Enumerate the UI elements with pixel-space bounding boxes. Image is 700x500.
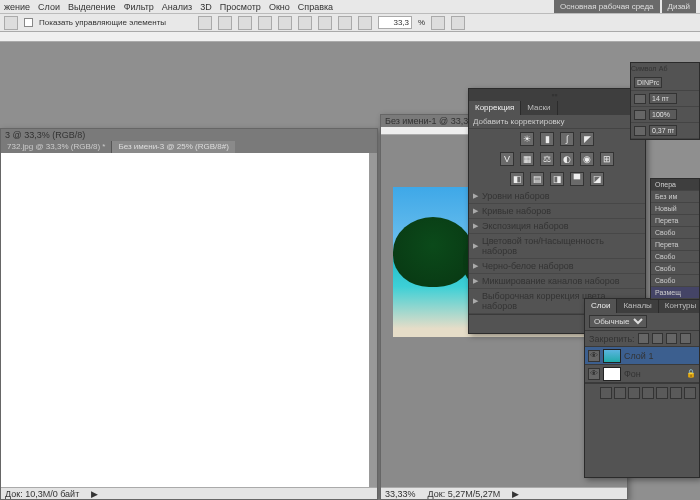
- panel-tab[interactable]: Коррекция: [469, 101, 521, 115]
- align-icon[interactable]: [338, 16, 352, 30]
- curves-icon[interactable]: ∫: [560, 132, 574, 146]
- layer-thumbnail[interactable]: [603, 349, 621, 363]
- menu-item[interactable]: Выделение: [68, 2, 116, 12]
- list-item[interactable]: Размещ: [651, 287, 699, 299]
- align-icon[interactable]: [258, 16, 272, 30]
- list-item[interactable]: Свобо: [651, 275, 699, 287]
- panel-subtitle: Добавить корректировку: [469, 115, 645, 129]
- photo-filter-icon[interactable]: ◉: [580, 152, 594, 166]
- new-layer-icon[interactable]: [670, 387, 682, 399]
- doc-titlebar[interactable]: 3 @ 33,3% (RGB/8): [1, 129, 377, 141]
- gradient-map-icon[interactable]: ▀: [570, 172, 584, 186]
- align-icon[interactable]: [358, 16, 372, 30]
- layers-panel: Слои Каналы Контуры Обычные Закрепить: 👁…: [584, 298, 700, 478]
- link-icon[interactable]: [600, 387, 612, 399]
- status-arrow-icon[interactable]: ▶: [512, 489, 519, 499]
- list-item[interactable]: ▶Черно-белое наборов: [469, 259, 645, 274]
- posterize-icon[interactable]: ▤: [530, 172, 544, 186]
- align-icon[interactable]: [238, 16, 252, 30]
- zoom-input[interactable]: [378, 16, 412, 29]
- leading-input[interactable]: [649, 109, 677, 120]
- checkbox[interactable]: [24, 18, 33, 27]
- menu-item[interactable]: Окно: [269, 2, 290, 12]
- view-icon[interactable]: [431, 16, 445, 30]
- list-item[interactable]: ▶Экспозиция наборов: [469, 219, 645, 234]
- visibility-icon[interactable]: 👁: [588, 350, 600, 362]
- list-item[interactable]: ▶Кривые наборов: [469, 204, 645, 219]
- menu-item[interactable]: Справка: [298, 2, 333, 12]
- list-item[interactable]: Свобо: [651, 227, 699, 239]
- list-item[interactable]: ▶Цветовой тон/Насыщенность наборов: [469, 234, 645, 259]
- group-icon[interactable]: [656, 387, 668, 399]
- list-item[interactable]: Без им: [651, 191, 699, 203]
- trash-icon[interactable]: [684, 387, 696, 399]
- list-item[interactable]: Перета: [651, 215, 699, 227]
- list-item[interactable]: Перета: [651, 239, 699, 251]
- mask-icon[interactable]: [628, 387, 640, 399]
- tool-preset-icon[interactable]: [4, 16, 18, 30]
- status-bar: 33,33% Док: 5,27M/5,27M ▶: [381, 487, 627, 499]
- panel-menu-icon[interactable]: ▪▪: [551, 90, 557, 100]
- selective-icon[interactable]: ◪: [590, 172, 604, 186]
- layer-name[interactable]: Фон: [624, 369, 641, 379]
- font-select[interactable]: [634, 77, 662, 88]
- bw-icon[interactable]: ◐: [560, 152, 574, 166]
- menu-item[interactable]: Слои: [38, 2, 60, 12]
- panel-tab[interactable]: Символ: [631, 65, 656, 72]
- invert-icon[interactable]: ◧: [510, 172, 524, 186]
- layer-row[interactable]: 👁 Фон 🔒: [585, 365, 699, 383]
- adjustment-icon[interactable]: [642, 387, 654, 399]
- list-item[interactable]: Свобо: [651, 251, 699, 263]
- panel-tab[interactable]: Контуры: [659, 299, 700, 313]
- balance-icon[interactable]: ⚖: [540, 152, 554, 166]
- workspace-tab[interactable]: Дизай: [662, 0, 696, 13]
- panel-tab[interactable]: Каналы: [617, 299, 658, 313]
- workspace-tab[interactable]: Основная рабочая среда: [554, 0, 660, 13]
- panel-tab[interactable]: Опера: [651, 179, 699, 191]
- status-zoom: 33,33%: [385, 489, 416, 499]
- hue-icon[interactable]: ▦: [520, 152, 534, 166]
- lock-pixels-icon[interactable]: [652, 333, 663, 344]
- threshold-icon[interactable]: ◨: [550, 172, 564, 186]
- blend-mode-select[interactable]: Обычные: [589, 315, 647, 328]
- menu-item[interactable]: жение: [4, 2, 30, 12]
- panel-tab[interactable]: Слои: [585, 299, 617, 313]
- doc-tab[interactable]: Без имени-3 @ 25% (RGB/8#): [112, 141, 234, 153]
- brightness-icon[interactable]: ☀: [520, 132, 534, 146]
- panel-tab[interactable]: Аб: [659, 65, 668, 72]
- status-arrow-icon[interactable]: ▶: [91, 489, 98, 499]
- menu-item[interactable]: Фильтр: [124, 2, 154, 12]
- vibrance-icon[interactable]: V: [500, 152, 514, 166]
- visibility-icon[interactable]: 👁: [588, 368, 600, 380]
- align-icon[interactable]: [198, 16, 212, 30]
- font-size-input[interactable]: [649, 93, 677, 104]
- layer-name[interactable]: Слой 1: [624, 351, 653, 361]
- lock-all-icon[interactable]: [680, 333, 691, 344]
- layer-thumbnail[interactable]: [603, 367, 621, 381]
- tracking-input[interactable]: [649, 125, 677, 136]
- exposure-icon[interactable]: ◤: [580, 132, 594, 146]
- align-icon[interactable]: [298, 16, 312, 30]
- status-bar: Док: 10,3M/0 байт ▶: [1, 487, 377, 499]
- align-icon[interactable]: [278, 16, 292, 30]
- mixer-icon[interactable]: ⊞: [600, 152, 614, 166]
- list-item[interactable]: ▶Микширование каналов наборов: [469, 274, 645, 289]
- align-icon[interactable]: [218, 16, 232, 30]
- canvas[interactable]: [1, 153, 369, 487]
- lock-position-icon[interactable]: [666, 333, 677, 344]
- fx-icon[interactable]: [614, 387, 626, 399]
- menu-item[interactable]: 3D: [200, 2, 212, 12]
- levels-icon[interactable]: ▮: [540, 132, 554, 146]
- menu-item[interactable]: Просмотр: [220, 2, 261, 12]
- panel-tab[interactable]: Маски: [521, 101, 557, 115]
- list-item[interactable]: Новый: [651, 203, 699, 215]
- grid-icon[interactable]: [451, 16, 465, 30]
- doc-tab[interactable]: 732.jpg @ 33,3% (RGB/8) *: [1, 141, 112, 153]
- menu-item[interactable]: Анализ: [162, 2, 192, 12]
- align-icon[interactable]: [318, 16, 332, 30]
- list-item[interactable]: ▶Уровни наборов: [469, 189, 645, 204]
- leading-icon: [634, 110, 646, 120]
- layer-row[interactable]: 👁 Слой 1: [585, 347, 699, 365]
- lock-transparent-icon[interactable]: [638, 333, 649, 344]
- list-item[interactable]: Свобо: [651, 263, 699, 275]
